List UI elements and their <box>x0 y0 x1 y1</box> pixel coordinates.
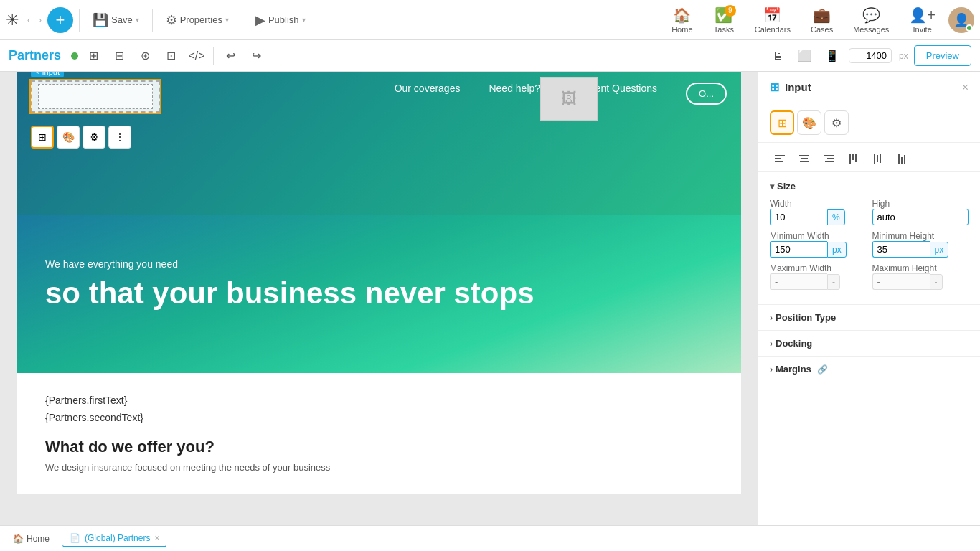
svg-rect-11 <box>855 154 857 162</box>
properties-dropdown-icon[interactable]: ▾ <box>225 16 229 24</box>
desktop-view-button[interactable]: 🖥 <box>767 45 788 67</box>
publish-dropdown-icon[interactable]: ▾ <box>302 16 306 24</box>
align-center-h-button[interactable] <box>794 149 814 169</box>
nav-link-help[interactable]: Need help? <box>489 83 540 105</box>
save-button[interactable]: 💾 Save ▾ <box>85 8 146 32</box>
page-tab-icon: 📄 <box>70 533 80 543</box>
max-height-input-group: - <box>872 273 969 290</box>
svg-rect-8 <box>825 161 834 162</box>
mobile-view-button[interactable]: 📱 <box>821 45 843 67</box>
calendars-nav-button[interactable]: 📅 Calendars <box>748 4 798 37</box>
properties-icon: ⚙ <box>166 12 177 28</box>
max-height-input[interactable] <box>872 273 930 290</box>
logo-container[interactable]: Input ⊞ 🎨 ⚙ ⋮ <box>31 80 160 113</box>
canvas-scroll[interactable]: Input ⊞ 🎨 ⚙ ⋮ 🖼 <box>0 72 758 525</box>
docking-chevron-icon: › <box>770 339 773 349</box>
panel-tab-settings[interactable]: ⚙ <box>824 110 849 135</box>
margins-link-icon: 🔗 <box>817 364 828 375</box>
svg-rect-13 <box>877 155 878 162</box>
size-section-header[interactable]: ▾ Size <box>770 181 969 192</box>
high-label: High <box>872 199 969 209</box>
cases-nav-button[interactable]: 💼 Cases <box>804 4 840 37</box>
align-middle-button[interactable] <box>867 149 887 169</box>
max-width-input[interactable] <box>770 273 827 290</box>
page-tab-close-button[interactable]: × <box>154 533 159 543</box>
home-nav-button[interactable]: 🏠 Home <box>664 4 700 37</box>
width-label: Width <box>770 199 867 209</box>
logo-input[interactable] <box>31 80 160 113</box>
separator-1 <box>213 47 214 65</box>
add-button[interactable]: + <box>47 7 73 33</box>
cta-button[interactable]: O... <box>686 83 727 105</box>
tablet-view-button[interactable]: ⬜ <box>794 45 816 67</box>
online-indicator <box>966 24 973 32</box>
components-button[interactable]: ⊛ <box>134 45 156 67</box>
page-status-dot <box>71 52 78 60</box>
component-toolbar: ⊞ 🎨 ⚙ ⋮ <box>31 126 131 149</box>
min-height-input-group: px <box>872 241 969 258</box>
messages-nav-button[interactable]: 💬 Messages <box>846 4 896 37</box>
margins-header[interactable]: › Margins 🔗 <box>770 364 969 375</box>
more-comp-btn[interactable]: ⋮ <box>108 126 131 149</box>
viewport-controls: 🖥 ⬜ 📱 1400 px Preview <box>767 45 971 67</box>
align-bottom-button[interactable] <box>892 149 912 169</box>
right-toolbar: 🏠 Home ✅ Tasks 9 📅 Calendars 💼 Cases <box>664 4 974 37</box>
svg-rect-9 <box>849 154 851 164</box>
properties-button[interactable]: ⚙ Properties ▾ <box>159 8 236 32</box>
undo-button[interactable]: ↩ <box>220 45 241 67</box>
panel-close-button[interactable]: × <box>962 81 969 94</box>
margins-section: › Margins 🔗 <box>758 357 980 382</box>
invite-nav-button[interactable]: 👤+ Invite <box>902 4 943 37</box>
style-comp-btn[interactable]: 🎨 <box>57 126 80 149</box>
align-left-button[interactable] <box>770 149 790 169</box>
publish-button[interactable]: ▶ Publish ▾ <box>248 8 313 32</box>
page-tab[interactable]: 📄 (Global) Partners × <box>62 530 166 547</box>
nav-link-coverages[interactable]: Our coverages <box>395 83 461 105</box>
home-tab[interactable]: 🏠 Home <box>6 531 57 547</box>
min-height-input[interactable] <box>872 241 930 258</box>
min-height-field: Minimum Height px <box>872 231 969 258</box>
canvas-header: Input ⊞ 🎨 ⚙ ⋮ 🖼 <box>17 72 741 215</box>
svg-rect-1 <box>775 158 781 159</box>
layers-button[interactable]: ⊟ <box>108 45 130 67</box>
redo-button[interactable]: ↪ <box>245 45 267 67</box>
position-type-header[interactable]: › Position Type <box>770 312 969 323</box>
canvas-content: {Partners.firstText} {Partners.secondTex… <box>17 373 741 494</box>
preview-button[interactable]: Preview <box>914 45 971 66</box>
logo-icon[interactable]: ✳ <box>6 11 19 29</box>
save-dropdown-icon[interactable]: ▾ <box>136 16 139 24</box>
panel-header: ⊞ Input × <box>758 72 980 103</box>
settings-comp-btn[interactable]: ⚙ <box>83 126 105 149</box>
image-placeholder[interactable]: 🖼 <box>540 77 598 121</box>
viewport-width-input[interactable]: 1400 <box>849 48 892 63</box>
position-type-chevron-icon: › <box>770 313 773 323</box>
min-width-input[interactable] <box>770 241 827 258</box>
select-button[interactable]: ⊡ <box>160 45 182 67</box>
align-top-button[interactable] <box>843 149 863 169</box>
min-width-input-group: px <box>770 241 867 258</box>
align-right-button[interactable] <box>819 149 839 169</box>
calendars-icon: 📅 <box>763 6 781 24</box>
tasks-nav-button[interactable]: ✅ Tasks <box>706 4 742 37</box>
forward-arrow-icon[interactable]: › <box>36 12 44 28</box>
code-button[interactable]: </> <box>186 45 207 67</box>
grid-view-button[interactable]: ⊞ <box>83 45 104 67</box>
min-height-unit: px <box>930 242 949 258</box>
panel-tabs: ⊞ 🎨 ⚙ <box>758 103 980 143</box>
messages-nav: 💬 Messages <box>846 4 896 37</box>
panel-tab-style[interactable]: 🎨 <box>797 110 821 135</box>
width-input[interactable] <box>770 209 827 225</box>
save-icon: 💾 <box>93 12 108 28</box>
back-arrow-icon[interactable]: ‹ <box>24 12 33 28</box>
docking-header[interactable]: › Docking <box>770 338 969 349</box>
home-nav: 🏠 Home <box>664 4 700 37</box>
panel-tab-layout[interactable]: ⊞ <box>770 110 794 135</box>
layout-comp-btn[interactable]: ⊞ <box>31 126 54 149</box>
canvas-hero: We have everything you need so that your… <box>17 215 741 373</box>
main-area: Input ⊞ 🎨 ⚙ ⋮ 🖼 <box>0 72 980 525</box>
high-input[interactable] <box>872 209 969 225</box>
separator-2 <box>152 9 153 32</box>
min-width-field: Minimum Width px <box>770 231 867 258</box>
template-text-2: {Partners.secondText} <box>45 412 712 423</box>
right-panel: ⊞ Input × ⊞ 🎨 ⚙ <box>758 72 980 525</box>
